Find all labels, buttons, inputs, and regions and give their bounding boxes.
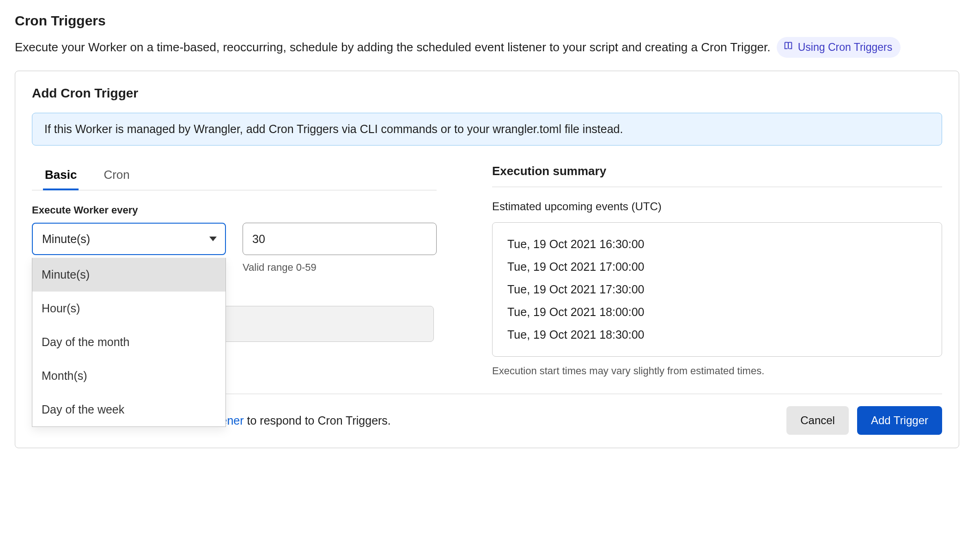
add-cron-trigger-card: Add Cron Trigger If this Worker is manag… <box>15 71 959 448</box>
event-row: Tue, 19 Oct 2021 18:00:00 <box>507 301 927 323</box>
unit-select-value: Minute(s) <box>42 232 90 246</box>
unit-dropdown: Minute(s) Hour(s) Day of the month Month… <box>32 258 226 427</box>
right-column: Execution summary Estimated upcoming eve… <box>492 164 942 377</box>
unit-select[interactable]: Minute(s) Minute(s) Hour(s) Day of the m… <box>32 223 226 255</box>
add-trigger-button[interactable]: Add Trigger <box>857 406 942 435</box>
docs-chip-label: Using Cron Triggers <box>798 40 893 55</box>
tab-basic[interactable]: Basic <box>43 164 79 190</box>
interval-input[interactable] <box>243 223 437 255</box>
tabs: Basic Cron <box>32 164 437 190</box>
page-title: Cron Triggers <box>15 13 959 29</box>
execution-summary-title: Execution summary <box>492 164 942 187</box>
info-banner: If this Worker is managed by Wrangler, a… <box>32 113 942 146</box>
card-title: Add Cron Trigger <box>32 86 942 101</box>
event-row: Tue, 19 Oct 2021 17:30:00 <box>507 278 927 301</box>
event-row: Tue, 19 Oct 2021 16:30:00 <box>507 233 927 256</box>
chevron-down-icon <box>209 237 217 241</box>
book-icon <box>783 40 793 55</box>
tab-cron[interactable]: Cron <box>102 164 131 190</box>
unit-option-minutes[interactable]: Minute(s) <box>32 258 225 292</box>
unit-option-hours[interactable]: Hour(s) <box>32 292 225 325</box>
cancel-button[interactable]: Cancel <box>786 406 849 435</box>
execute-every-label: Execute Worker every <box>32 204 437 216</box>
estimated-events-label: Estimated upcoming events (UTC) <box>492 200 942 213</box>
events-note: Execution start times may vary slightly … <box>492 365 942 377</box>
left-column: Basic Cron Execute Worker every Minute(s… <box>32 164 437 342</box>
page-description: Execute your Worker on a time-based, reo… <box>15 37 959 58</box>
events-box: Tue, 19 Oct 2021 16:30:00 Tue, 19 Oct 20… <box>492 222 942 357</box>
unit-option-dow[interactable]: Day of the week <box>32 393 225 426</box>
unit-option-dom[interactable]: Day of the month <box>32 325 225 359</box>
footer-text-suffix: to respond to Cron Triggers. <box>244 414 391 427</box>
docs-chip[interactable]: Using Cron Triggers <box>777 37 901 58</box>
unit-option-months[interactable]: Month(s) <box>32 359 225 393</box>
page-description-text: Execute your Worker on a time-based, reo… <box>15 40 771 54</box>
event-row: Tue, 19 Oct 2021 18:30:00 <box>507 323 927 346</box>
interval-hint: Valid range 0-59 <box>243 262 437 274</box>
unit-select-button[interactable]: Minute(s) <box>32 223 226 255</box>
event-row: Tue, 19 Oct 2021 17:00:00 <box>507 256 927 278</box>
